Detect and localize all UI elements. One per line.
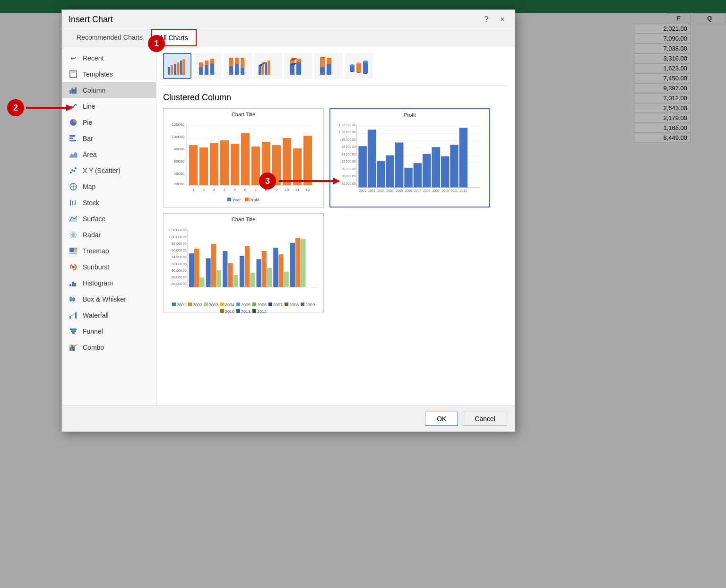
svg-rect-9 — [75, 87, 77, 94]
chart-type-3d-clustered[interactable] — [254, 53, 282, 79]
sidebar-item-box-whisker[interactable]: Box & Whisker — [62, 291, 156, 307]
chart-preview-3[interactable]: Chart Title 1,02,000.00 1,00,000.00 98,0… — [163, 213, 324, 312]
tab-recommended-charts[interactable]: Recommended Charts — [69, 29, 151, 46]
svg-point-33 — [72, 266, 75, 268]
funnel-icon — [69, 327, 78, 336]
area-icon — [69, 150, 78, 159]
svg-rect-46 — [70, 329, 77, 330]
chart-section-title: Clustered Column — [163, 93, 508, 103]
svg-text:2006: 2006 — [405, 189, 412, 192]
svg-rect-163 — [459, 128, 467, 187]
sidebar-item-stock[interactable]: Stock — [62, 195, 156, 211]
svg-marker-3 — [333, 178, 340, 184]
waterfall-icon — [69, 311, 78, 320]
chart-type-100stacked[interactable] — [224, 53, 252, 79]
svg-rect-206 — [295, 238, 300, 287]
svg-rect-198 — [250, 273, 255, 287]
sidebar-item-funnel[interactable]: Funnel — [62, 323, 156, 339]
svg-rect-91 — [356, 63, 361, 72]
sidebar-item-sunburst[interactable]: Sunburst — [62, 259, 156, 275]
sidebar-item-treemap[interactable]: Treemap — [62, 243, 156, 259]
svg-rect-35 — [69, 284, 71, 286]
arrow2-indicator — [26, 103, 73, 112]
svg-rect-45 — [75, 312, 77, 319]
svg-rect-59 — [199, 62, 203, 67]
svg-rect-12 — [69, 138, 73, 139]
chart-type-stacked[interactable] — [193, 53, 222, 79]
svg-text:1,00,000.00: 1,00,000.00 — [169, 235, 187, 239]
svg-rect-157 — [404, 168, 412, 188]
svg-rect-192 — [216, 270, 221, 287]
sidebar-item-map[interactable]: Map — [62, 179, 156, 195]
svg-rect-112 — [220, 140, 229, 185]
sidebar-item-combo[interactable]: Combo — [62, 339, 156, 355]
recent-icon: ↩ — [69, 53, 78, 63]
dialog-controls: ? × — [481, 14, 508, 25]
svg-rect-109 — [189, 145, 198, 185]
close-button[interactable]: × — [497, 14, 508, 25]
svg-rect-67 — [235, 58, 239, 64]
sidebar-item-recent[interactable]: ↩ Recent — [62, 50, 156, 66]
svg-rect-31 — [74, 250, 77, 252]
svg-text:60000: 60000 — [174, 159, 185, 164]
chart-type-clustered[interactable] — [163, 53, 191, 79]
chart-type-3d-100stacked[interactable] — [314, 53, 343, 79]
chart-preview-1[interactable]: Chart Title 120000 100000 80000 60000 40… — [163, 108, 324, 208]
sidebar-item-waterfall[interactable]: Waterfall — [62, 307, 156, 323]
dialog-body: ↩ Recent Templates — [62, 46, 515, 406]
svg-rect-199 — [257, 259, 261, 287]
sidebar-item-area[interactable]: Area — [62, 147, 156, 163]
svg-rect-22 — [70, 201, 71, 204]
dialog-tabs: Recommended Charts All Charts — [62, 29, 515, 46]
sidebar-item-histogram[interactable]: Histogram — [62, 275, 156, 291]
svg-text:2: 2 — [203, 188, 205, 192]
svg-rect-69 — [241, 58, 244, 68]
svg-text:92,000.00: 92,000.00 — [341, 160, 355, 163]
sidebar-item-surface[interactable]: Surface — [62, 211, 156, 227]
svg-rect-201 — [267, 268, 272, 287]
chart-type-3d-stacked[interactable] — [284, 53, 312, 79]
chart-preview-2[interactable]: Profit 1,02,000.00 1,00,000.00 98,000.00… — [329, 108, 490, 208]
insert-chart-dialog: Insert Chart ? × Recommended Charts All … — [61, 9, 515, 432]
svg-rect-111 — [210, 143, 218, 185]
ok-button[interactable]: OK — [425, 412, 458, 426]
svg-rect-42 — [69, 316, 71, 319]
svg-text:9: 9 — [276, 188, 278, 192]
svg-rect-153 — [368, 130, 376, 187]
svg-rect-71 — [261, 64, 264, 75]
sidebar-item-radar[interactable]: Radar — [62, 227, 156, 243]
sidebar-item-xy-scatter[interactable]: X Y (Scatter) — [62, 163, 156, 179]
sidebar-item-column[interactable]: Column — [62, 82, 156, 98]
surface-icon — [69, 214, 78, 224]
map-icon — [69, 182, 78, 191]
svg-rect-114 — [241, 133, 250, 185]
svg-marker-84 — [320, 57, 328, 58]
svg-rect-194 — [228, 263, 233, 287]
svg-text:98,000.00: 98,000.00 — [172, 242, 187, 246]
preview2-title: Profit — [333, 112, 486, 118]
svg-text:2002: 2002 — [368, 189, 375, 192]
histogram-icon — [69, 278, 78, 288]
chart-type-cylinder[interactable] — [345, 53, 373, 79]
svg-text:98,000.00: 98,000.00 — [341, 138, 355, 141]
sidebar-item-pie[interactable]: Pie — [62, 114, 156, 130]
svg-text:40000: 40000 — [174, 172, 185, 176]
preview1-legend: Year Profit — [166, 198, 320, 202]
stock-icon — [69, 198, 78, 208]
svg-rect-61 — [205, 61, 208, 65]
svg-point-92 — [356, 62, 361, 64]
dialog-title: Insert Chart — [69, 15, 113, 25]
svg-rect-197 — [245, 246, 250, 287]
svg-text:90,000.00: 90,000.00 — [172, 269, 187, 273]
svg-text:2005: 2005 — [396, 189, 403, 192]
cancel-button[interactable]: Cancel — [463, 412, 507, 426]
svg-point-15 — [71, 169, 73, 171]
sidebar-item-templates[interactable]: Templates — [62, 66, 156, 82]
help-button[interactable]: ? — [481, 14, 492, 25]
column-icon — [69, 86, 78, 95]
svg-rect-6 — [69, 90, 71, 94]
chart-sidebar: ↩ Recent Templates — [62, 46, 156, 406]
sidebar-item-line[interactable]: Line — [62, 98, 156, 114]
sidebar-item-bar[interactable]: Bar — [62, 130, 156, 147]
bar-icon — [69, 134, 78, 143]
